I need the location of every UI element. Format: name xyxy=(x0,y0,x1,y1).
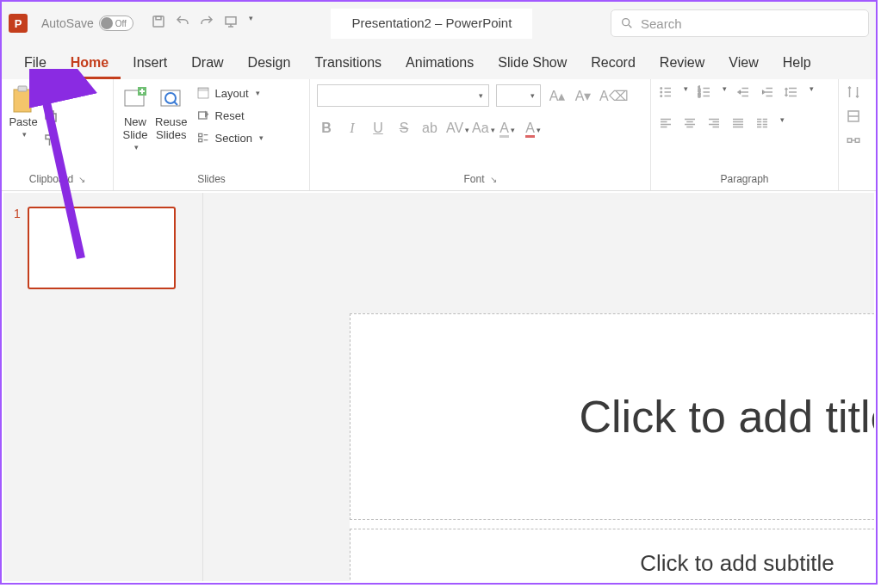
font-size-combo[interactable]: ▾ xyxy=(496,84,541,107)
reuse-slides-button[interactable]: Reuse Slides xyxy=(155,84,188,141)
change-case-button[interactable]: Aa▾ xyxy=(472,121,491,136)
align-left-icon[interactable] xyxy=(658,115,673,131)
svg-rect-4 xyxy=(14,90,31,112)
svg-rect-27 xyxy=(855,139,859,143)
svg-rect-26 xyxy=(847,139,852,143)
justify-icon[interactable] xyxy=(730,115,746,131)
align-right-icon[interactable] xyxy=(706,115,722,131)
tab-design[interactable]: Design xyxy=(236,50,303,79)
font-family-combo[interactable]: ▾ xyxy=(317,84,489,107)
search-box[interactable]: Search xyxy=(611,9,869,37)
redo-icon[interactable] xyxy=(199,14,214,33)
svg-rect-18 xyxy=(198,139,202,141)
quick-access-toolbar: ▾ xyxy=(151,14,253,33)
clipboard-dialog-icon[interactable]: ↘ xyxy=(78,175,85,184)
line-spacing-icon[interactable] xyxy=(784,84,799,100)
tab-animations[interactable]: Animations xyxy=(394,50,486,79)
svg-rect-8 xyxy=(48,114,56,121)
clipboard-icon xyxy=(10,84,36,114)
tab-record[interactable]: Record xyxy=(579,50,648,79)
slide[interactable]: Click to add title Click to add subtitle xyxy=(350,313,874,581)
clear-format-icon[interactable]: A⌫ xyxy=(599,88,618,104)
qat-more-icon[interactable]: ▾ xyxy=(249,14,253,33)
copy-icon[interactable] xyxy=(43,108,59,127)
svg-rect-2 xyxy=(226,17,236,24)
align-text-icon[interactable] xyxy=(846,108,861,124)
char-spacing-button[interactable]: AV▾ xyxy=(446,121,465,136)
layout-button[interactable]: Layout▾ xyxy=(193,84,267,102)
section-button[interactable]: Section▾ xyxy=(193,129,267,146)
document-title: Presentation2 – PowerPoint xyxy=(331,9,532,39)
autosave-label: AutoSave xyxy=(41,16,94,30)
svg-rect-1 xyxy=(156,16,161,20)
font-dialog-icon[interactable]: ↘ xyxy=(490,175,497,184)
svg-point-19 xyxy=(661,88,662,90)
svg-point-20 xyxy=(661,91,662,93)
columns-icon[interactable] xyxy=(754,115,770,131)
ribbon-tabs: File Home Insert Draw Design Transitions… xyxy=(2,45,876,79)
new-slide-button[interactable]: New Slide ▾ xyxy=(121,84,150,152)
tab-view[interactable]: View xyxy=(717,50,770,79)
svg-rect-5 xyxy=(18,86,27,91)
smartart-icon[interactable] xyxy=(846,133,861,148)
bullets-button[interactable] xyxy=(658,84,673,100)
svg-rect-0 xyxy=(153,16,164,27)
cut-icon[interactable] xyxy=(43,84,59,103)
slide-canvas[interactable]: Click to add title Click to add subtitle xyxy=(203,193,874,581)
bold-button[interactable]: B xyxy=(317,121,336,136)
workspace: 1 Click to add title Click to add subtit… xyxy=(3,193,874,581)
tab-insert[interactable]: Insert xyxy=(121,50,179,79)
font-color-button[interactable]: A▾ xyxy=(524,121,543,136)
ribbon: Paste ▾ Clipboard↘ New Slide ▾ xyxy=(2,79,876,191)
tab-review[interactable]: Review xyxy=(648,50,717,79)
align-center-icon[interactable] xyxy=(682,115,698,131)
text-direction-icon[interactable] xyxy=(846,84,861,100)
format-painter-icon[interactable] xyxy=(43,133,59,152)
highlight-button[interactable]: A▾ xyxy=(498,121,517,136)
increase-font-icon[interactable]: A▴ xyxy=(548,88,567,104)
subtitle-placeholder[interactable]: Click to add subtitle xyxy=(350,529,874,581)
svg-rect-9 xyxy=(46,111,53,119)
tab-file[interactable]: File xyxy=(12,50,59,79)
tab-home[interactable]: Home xyxy=(59,50,121,79)
autosave-toggle[interactable]: Off xyxy=(99,15,133,31)
search-icon xyxy=(620,16,634,30)
thumbnail-pane[interactable]: 1 xyxy=(3,193,203,581)
decrease-indent-icon[interactable] xyxy=(735,84,751,100)
numbering-button[interactable]: 123 xyxy=(697,84,712,100)
app-logo: P xyxy=(9,14,28,33)
autosave-control[interactable]: AutoSave Off xyxy=(41,15,133,31)
svg-rect-15 xyxy=(198,88,208,91)
italic-button[interactable]: I xyxy=(343,121,362,136)
svg-point-21 xyxy=(661,96,662,97)
thumbnail-number: 1 xyxy=(14,207,21,289)
tab-help[interactable]: Help xyxy=(771,50,823,79)
title-bar: P AutoSave Off ▾ Presentation2 – PowerPo… xyxy=(2,2,876,45)
slideshow-start-icon[interactable] xyxy=(223,14,239,33)
reset-button[interactable]: Reset xyxy=(193,107,267,124)
tab-transitions[interactable]: Transitions xyxy=(302,50,394,79)
strike-button[interactable]: S xyxy=(394,121,413,136)
undo-icon[interactable] xyxy=(175,14,190,33)
tab-slide-show[interactable]: Slide Show xyxy=(486,50,579,79)
search-placeholder: Search xyxy=(641,16,682,31)
underline-button[interactable]: U xyxy=(369,121,388,136)
title-placeholder[interactable]: Click to add title xyxy=(350,313,874,520)
tab-draw[interactable]: Draw xyxy=(179,50,235,79)
save-icon[interactable] xyxy=(151,14,166,33)
paste-button[interactable]: Paste ▾ xyxy=(9,84,38,139)
svg-text:3: 3 xyxy=(698,93,701,98)
shadow-button[interactable]: ab xyxy=(420,121,439,136)
slide-thumbnail[interactable] xyxy=(28,207,176,289)
decrease-font-icon[interactable]: A▾ xyxy=(574,88,593,104)
svg-point-3 xyxy=(623,19,630,26)
increase-indent-icon[interactable] xyxy=(760,84,775,100)
new-slide-icon xyxy=(123,87,147,111)
reuse-slides-icon xyxy=(159,87,183,111)
svg-rect-17 xyxy=(198,133,202,136)
